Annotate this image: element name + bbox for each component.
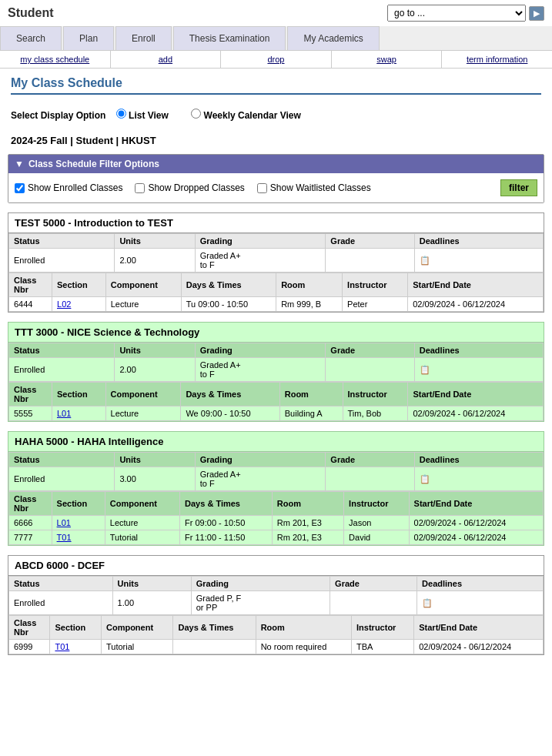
- room-value: Rm 201, E3: [272, 530, 343, 545]
- tab-enroll[interactable]: Enroll: [115, 26, 172, 50]
- deadlines-icon[interactable]: 📋: [414, 467, 543, 491]
- course-info-table: Status Units Grading Grade Deadlines Enr…: [8, 343, 544, 382]
- units-value: 1.00: [112, 591, 191, 615]
- col-start-end: Start/End Date: [408, 383, 544, 406]
- start-end-value: 02/09/2024 - 06/12/2024: [408, 406, 544, 421]
- room-value: No room required: [256, 640, 351, 654]
- subnav-drop[interactable]: drop: [221, 51, 332, 68]
- section-link[interactable]: L02: [57, 299, 71, 309]
- goto-area: go to ... ▶: [387, 5, 544, 22]
- grading-value: Graded A+ to F: [195, 358, 326, 382]
- col-class-nbr: ClassNbr: [9, 383, 52, 406]
- col-class-nbr: ClassNbr: [9, 492, 52, 516]
- show-enrolled-label[interactable]: Show Enrolled Classes: [15, 182, 122, 193]
- col-status: Status: [9, 234, 115, 249]
- component-value: Lecture: [105, 516, 179, 530]
- col-instructor: Instructor: [343, 273, 408, 297]
- col-deadlines: Deadlines: [414, 234, 543, 249]
- room-value: Building A: [279, 406, 343, 421]
- col-component: Component: [105, 383, 181, 406]
- class-nbr-value: 6666: [9, 516, 52, 530]
- weekly-view-label[interactable]: Weekly Calendar View: [191, 110, 312, 121]
- col-grade: Grade: [330, 577, 417, 591]
- goto-button[interactable]: ▶: [529, 6, 544, 21]
- section-link[interactable]: T01: [57, 533, 72, 542]
- weekly-view-radio[interactable]: [191, 109, 201, 119]
- col-section: Section: [52, 492, 105, 516]
- col-grade: Grade: [326, 234, 414, 249]
- col-section: Section: [52, 383, 105, 406]
- filter-button[interactable]: filter: [500, 179, 537, 196]
- page-title-area: My Class Schedule: [0, 69, 552, 98]
- section-link[interactable]: L01: [57, 409, 71, 418]
- course-title: ABCD 6000 - DCEF: [8, 556, 544, 576]
- col-start-end: Start/End Date: [409, 492, 543, 516]
- deadlines-icon[interactable]: 📋: [414, 358, 543, 382]
- tab-search[interactable]: Search: [0, 26, 62, 50]
- table-row: 7777 T01 Tutorial Fr 11:00 - 11:50 Rm 20…: [9, 530, 544, 545]
- grade-value: [326, 249, 414, 273]
- show-enrolled-checkbox[interactable]: [15, 183, 25, 193]
- instructor-value: David: [344, 530, 409, 545]
- course-title: HAHA 5000 - HAHA Intelligence: [8, 432, 544, 452]
- section-value: T01: [52, 530, 105, 545]
- subnav-add[interactable]: add: [111, 51, 222, 68]
- class-nbr-value: 5555: [9, 406, 52, 421]
- col-status: Status: [9, 453, 115, 467]
- filter-body: Show Enrolled Classes Show Dropped Class…: [8, 173, 544, 202]
- display-option-label: Select Display Option: [11, 110, 105, 121]
- class-nbr-value: 7777: [9, 530, 52, 545]
- table-row: 5555 L01 Lecture We 09:00 - 10:50 Buildi…: [9, 406, 544, 421]
- instructor-value: Tim, Bob: [343, 406, 408, 421]
- table-row: 6999 T01 Tutorial No room required TBA 0…: [9, 640, 544, 654]
- col-class-nbr: ClassNbr: [9, 273, 52, 297]
- app-title: Student: [8, 6, 54, 20]
- col-grade: Grade: [326, 453, 414, 467]
- course-block-course1: TEST 5000 - Introduction to TEST Status …: [8, 212, 544, 313]
- col-component: Component: [105, 273, 181, 297]
- col-component: Component: [101, 616, 173, 640]
- status-value: Enrolled: [9, 249, 115, 273]
- days-times-value: [173, 640, 256, 654]
- deadlines-icon[interactable]: 📋: [417, 591, 544, 615]
- status-value: Enrolled: [9, 467, 115, 491]
- subnav-swap[interactable]: swap: [332, 51, 443, 68]
- tab-my-academics[interactable]: My Academics: [287, 26, 379, 50]
- course-title: TTT 3000 - NICE Science & Technology: [8, 323, 544, 343]
- course-class-table: ClassNbr Section Component Days & Times …: [8, 382, 544, 421]
- class-nbr-value: 6999: [9, 640, 50, 654]
- col-instructor: Instructor: [343, 383, 408, 406]
- list-view-label[interactable]: List View: [116, 110, 182, 121]
- show-waitlisted-label[interactable]: Show Waitlisted Classes: [257, 182, 371, 193]
- section-link[interactable]: T01: [55, 642, 69, 651]
- filter-header: ▼ Class Schedule Filter Options: [8, 155, 544, 173]
- table-row: 6444 L02 Lecture Tu 09:00 - 10:50 Rm 999…: [9, 297, 544, 312]
- section-value: L01: [52, 516, 105, 530]
- section-link[interactable]: L01: [57, 518, 71, 527]
- grading-value: Graded A+ to F: [195, 249, 326, 273]
- start-end-value: 02/09/2024 - 06/12/2024: [409, 530, 543, 545]
- section-value: L02: [52, 297, 106, 312]
- instructor-value: Jason: [344, 516, 409, 530]
- start-end-value: 02/09/2024 - 06/12/2024: [409, 516, 543, 530]
- show-dropped-label[interactable]: Show Dropped Classes: [135, 182, 244, 193]
- col-class-nbr: ClassNbr: [9, 616, 50, 640]
- col-units: Units: [115, 453, 195, 467]
- tab-plan[interactable]: Plan: [63, 26, 114, 50]
- tab-thesis[interactable]: Thesis Examination: [173, 26, 286, 50]
- goto-select[interactable]: go to ...: [387, 5, 526, 22]
- grade-value: [330, 591, 417, 615]
- filter-box: ▼ Class Schedule Filter Options Show Enr…: [8, 154, 544, 203]
- col-days-times: Days & Times: [173, 616, 256, 640]
- show-waitlisted-checkbox[interactable]: [257, 183, 267, 193]
- subnav-term-information[interactable]: term information: [442, 51, 552, 68]
- show-dropped-checkbox[interactable]: [135, 183, 145, 193]
- col-units: Units: [115, 234, 195, 249]
- deadlines-icon[interactable]: 📋: [414, 249, 543, 273]
- course-info-table: Status Units Grading Grade Deadlines Enr…: [8, 233, 544, 273]
- col-instructor: Instructor: [352, 616, 414, 640]
- col-room: Room: [256, 616, 351, 640]
- subnav-my-class-schedule[interactable]: my class schedule: [0, 51, 111, 68]
- course-info-table: Status Units Grading Grade Deadlines Enr…: [8, 452, 544, 491]
- list-view-radio[interactable]: [116, 109, 126, 119]
